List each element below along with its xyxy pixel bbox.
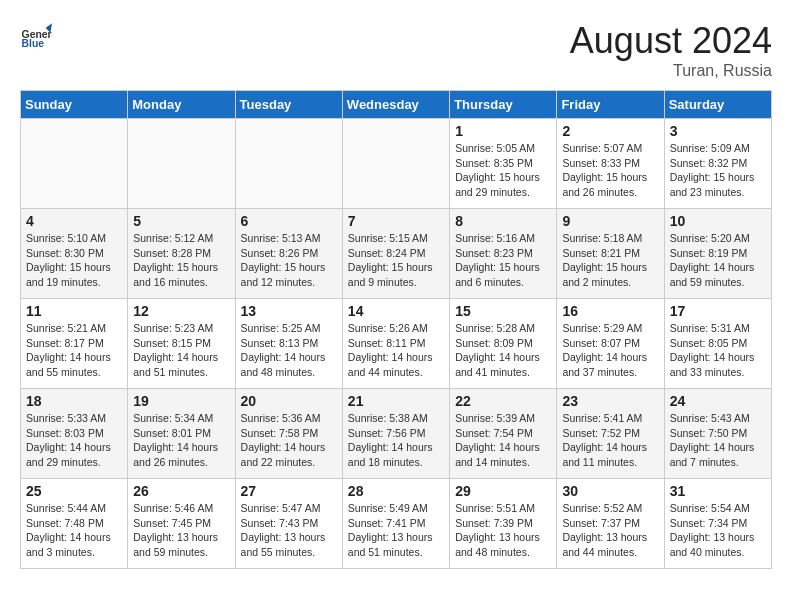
day-info: Sunrise: 5:39 AM Sunset: 7:54 PM Dayligh… bbox=[455, 411, 551, 470]
day-number: 31 bbox=[670, 483, 766, 499]
day-info: Sunrise: 5:36 AM Sunset: 7:58 PM Dayligh… bbox=[241, 411, 337, 470]
calendar-week-4: 18Sunrise: 5:33 AM Sunset: 8:03 PM Dayli… bbox=[21, 389, 772, 479]
day-number: 20 bbox=[241, 393, 337, 409]
calendar-cell: 5Sunrise: 5:12 AM Sunset: 8:28 PM Daylig… bbox=[128, 209, 235, 299]
day-info: Sunrise: 5:23 AM Sunset: 8:15 PM Dayligh… bbox=[133, 321, 229, 380]
day-number: 30 bbox=[562, 483, 658, 499]
day-info: Sunrise: 5:28 AM Sunset: 8:09 PM Dayligh… bbox=[455, 321, 551, 380]
day-number: 21 bbox=[348, 393, 444, 409]
day-info: Sunrise: 5:13 AM Sunset: 8:26 PM Dayligh… bbox=[241, 231, 337, 290]
day-number: 24 bbox=[670, 393, 766, 409]
day-number: 14 bbox=[348, 303, 444, 319]
day-info: Sunrise: 5:51 AM Sunset: 7:39 PM Dayligh… bbox=[455, 501, 551, 560]
logo: General Blue bbox=[20, 20, 52, 52]
calendar-week-5: 25Sunrise: 5:44 AM Sunset: 7:48 PM Dayli… bbox=[21, 479, 772, 569]
day-info: Sunrise: 5:18 AM Sunset: 8:21 PM Dayligh… bbox=[562, 231, 658, 290]
day-number: 9 bbox=[562, 213, 658, 229]
calendar-cell: 13Sunrise: 5:25 AM Sunset: 8:13 PM Dayli… bbox=[235, 299, 342, 389]
calendar-cell bbox=[235, 119, 342, 209]
calendar-week-2: 4Sunrise: 5:10 AM Sunset: 8:30 PM Daylig… bbox=[21, 209, 772, 299]
day-number: 15 bbox=[455, 303, 551, 319]
day-info: Sunrise: 5:09 AM Sunset: 8:32 PM Dayligh… bbox=[670, 141, 766, 200]
calendar-cell bbox=[342, 119, 449, 209]
weekday-header-sunday: Sunday bbox=[21, 91, 128, 119]
calendar-cell: 23Sunrise: 5:41 AM Sunset: 7:52 PM Dayli… bbox=[557, 389, 664, 479]
calendar-cell: 12Sunrise: 5:23 AM Sunset: 8:15 PM Dayli… bbox=[128, 299, 235, 389]
calendar-cell bbox=[128, 119, 235, 209]
day-number: 26 bbox=[133, 483, 229, 499]
calendar-cell: 6Sunrise: 5:13 AM Sunset: 8:26 PM Daylig… bbox=[235, 209, 342, 299]
day-info: Sunrise: 5:44 AM Sunset: 7:48 PM Dayligh… bbox=[26, 501, 122, 560]
page-header: General Blue August 2024 Turan, Russia bbox=[20, 20, 772, 80]
location: Turan, Russia bbox=[570, 62, 772, 80]
day-number: 29 bbox=[455, 483, 551, 499]
calendar-cell: 21Sunrise: 5:38 AM Sunset: 7:56 PM Dayli… bbox=[342, 389, 449, 479]
calendar-cell: 9Sunrise: 5:18 AM Sunset: 8:21 PM Daylig… bbox=[557, 209, 664, 299]
calendar-table: SundayMondayTuesdayWednesdayThursdayFrid… bbox=[20, 90, 772, 569]
day-number: 2 bbox=[562, 123, 658, 139]
calendar-cell: 16Sunrise: 5:29 AM Sunset: 8:07 PM Dayli… bbox=[557, 299, 664, 389]
calendar-week-1: 1Sunrise: 5:05 AM Sunset: 8:35 PM Daylig… bbox=[21, 119, 772, 209]
calendar-cell: 20Sunrise: 5:36 AM Sunset: 7:58 PM Dayli… bbox=[235, 389, 342, 479]
calendar-cell: 18Sunrise: 5:33 AM Sunset: 8:03 PM Dayli… bbox=[21, 389, 128, 479]
day-number: 8 bbox=[455, 213, 551, 229]
day-number: 28 bbox=[348, 483, 444, 499]
calendar-cell: 28Sunrise: 5:49 AM Sunset: 7:41 PM Dayli… bbox=[342, 479, 449, 569]
day-info: Sunrise: 5:47 AM Sunset: 7:43 PM Dayligh… bbox=[241, 501, 337, 560]
day-info: Sunrise: 5:52 AM Sunset: 7:37 PM Dayligh… bbox=[562, 501, 658, 560]
calendar-cell: 11Sunrise: 5:21 AM Sunset: 8:17 PM Dayli… bbox=[21, 299, 128, 389]
day-number: 1 bbox=[455, 123, 551, 139]
calendar-cell: 7Sunrise: 5:15 AM Sunset: 8:24 PM Daylig… bbox=[342, 209, 449, 299]
calendar-cell: 27Sunrise: 5:47 AM Sunset: 7:43 PM Dayli… bbox=[235, 479, 342, 569]
day-number: 17 bbox=[670, 303, 766, 319]
day-info: Sunrise: 5:43 AM Sunset: 7:50 PM Dayligh… bbox=[670, 411, 766, 470]
calendar-cell: 17Sunrise: 5:31 AM Sunset: 8:05 PM Dayli… bbox=[664, 299, 771, 389]
day-info: Sunrise: 5:54 AM Sunset: 7:34 PM Dayligh… bbox=[670, 501, 766, 560]
day-number: 6 bbox=[241, 213, 337, 229]
day-number: 10 bbox=[670, 213, 766, 229]
day-info: Sunrise: 5:20 AM Sunset: 8:19 PM Dayligh… bbox=[670, 231, 766, 290]
calendar-cell: 4Sunrise: 5:10 AM Sunset: 8:30 PM Daylig… bbox=[21, 209, 128, 299]
day-info: Sunrise: 5:10 AM Sunset: 8:30 PM Dayligh… bbox=[26, 231, 122, 290]
calendar-cell: 30Sunrise: 5:52 AM Sunset: 7:37 PM Dayli… bbox=[557, 479, 664, 569]
day-info: Sunrise: 5:38 AM Sunset: 7:56 PM Dayligh… bbox=[348, 411, 444, 470]
day-number: 13 bbox=[241, 303, 337, 319]
day-info: Sunrise: 5:25 AM Sunset: 8:13 PM Dayligh… bbox=[241, 321, 337, 380]
day-info: Sunrise: 5:21 AM Sunset: 8:17 PM Dayligh… bbox=[26, 321, 122, 380]
weekday-header-saturday: Saturday bbox=[664, 91, 771, 119]
month-year: August 2024 bbox=[570, 20, 772, 62]
weekday-header-wednesday: Wednesday bbox=[342, 91, 449, 119]
day-number: 25 bbox=[26, 483, 122, 499]
calendar-cell: 26Sunrise: 5:46 AM Sunset: 7:45 PM Dayli… bbox=[128, 479, 235, 569]
day-number: 22 bbox=[455, 393, 551, 409]
day-info: Sunrise: 5:26 AM Sunset: 8:11 PM Dayligh… bbox=[348, 321, 444, 380]
logo-icon: General Blue bbox=[20, 20, 52, 52]
day-info: Sunrise: 5:12 AM Sunset: 8:28 PM Dayligh… bbox=[133, 231, 229, 290]
day-info: Sunrise: 5:46 AM Sunset: 7:45 PM Dayligh… bbox=[133, 501, 229, 560]
day-number: 18 bbox=[26, 393, 122, 409]
weekday-header-thursday: Thursday bbox=[450, 91, 557, 119]
day-info: Sunrise: 5:05 AM Sunset: 8:35 PM Dayligh… bbox=[455, 141, 551, 200]
weekday-header-row: SundayMondayTuesdayWednesdayThursdayFrid… bbox=[21, 91, 772, 119]
day-info: Sunrise: 5:49 AM Sunset: 7:41 PM Dayligh… bbox=[348, 501, 444, 560]
day-number: 11 bbox=[26, 303, 122, 319]
day-info: Sunrise: 5:15 AM Sunset: 8:24 PM Dayligh… bbox=[348, 231, 444, 290]
day-info: Sunrise: 5:07 AM Sunset: 8:33 PM Dayligh… bbox=[562, 141, 658, 200]
calendar-cell: 2Sunrise: 5:07 AM Sunset: 8:33 PM Daylig… bbox=[557, 119, 664, 209]
weekday-header-monday: Monday bbox=[128, 91, 235, 119]
day-number: 4 bbox=[26, 213, 122, 229]
day-info: Sunrise: 5:31 AM Sunset: 8:05 PM Dayligh… bbox=[670, 321, 766, 380]
calendar-cell: 3Sunrise: 5:09 AM Sunset: 8:32 PM Daylig… bbox=[664, 119, 771, 209]
calendar-cell bbox=[21, 119, 128, 209]
day-info: Sunrise: 5:16 AM Sunset: 8:23 PM Dayligh… bbox=[455, 231, 551, 290]
calendar-cell: 19Sunrise: 5:34 AM Sunset: 8:01 PM Dayli… bbox=[128, 389, 235, 479]
day-number: 12 bbox=[133, 303, 229, 319]
calendar-cell: 1Sunrise: 5:05 AM Sunset: 8:35 PM Daylig… bbox=[450, 119, 557, 209]
calendar-cell: 8Sunrise: 5:16 AM Sunset: 8:23 PM Daylig… bbox=[450, 209, 557, 299]
calendar-week-3: 11Sunrise: 5:21 AM Sunset: 8:17 PM Dayli… bbox=[21, 299, 772, 389]
day-number: 23 bbox=[562, 393, 658, 409]
calendar-cell: 15Sunrise: 5:28 AM Sunset: 8:09 PM Dayli… bbox=[450, 299, 557, 389]
day-info: Sunrise: 5:33 AM Sunset: 8:03 PM Dayligh… bbox=[26, 411, 122, 470]
title-block: August 2024 Turan, Russia bbox=[570, 20, 772, 80]
day-number: 27 bbox=[241, 483, 337, 499]
